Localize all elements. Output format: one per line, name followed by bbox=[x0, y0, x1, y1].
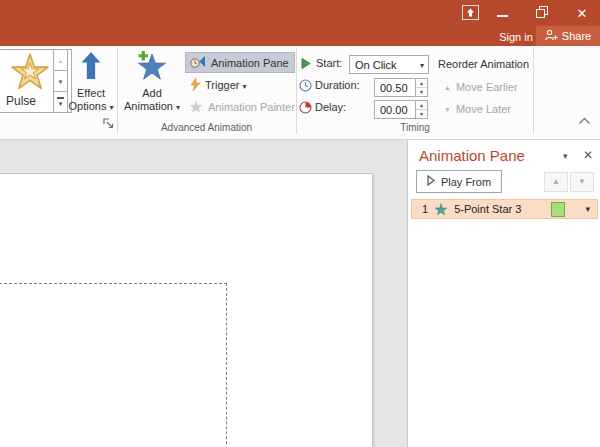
minimize-button[interactable] bbox=[488, 0, 516, 26]
trigger-button[interactable]: Trigger ▾ bbox=[185, 75, 265, 95]
share-person-icon bbox=[545, 29, 558, 43]
pane-title: Animation Pane bbox=[419, 147, 525, 164]
play-from-button[interactable]: Play From bbox=[416, 170, 502, 193]
share-button[interactable]: Share bbox=[536, 26, 600, 46]
close-button[interactable]: ✕ bbox=[568, 0, 596, 26]
title-bar: ✕ Sign in Share bbox=[0, 0, 600, 46]
duration-value: 00.50 bbox=[380, 82, 408, 94]
start-dropdown[interactable]: On Click ▾ bbox=[349, 55, 429, 74]
move-later-button[interactable]: ▼ Move Later bbox=[440, 101, 532, 117]
start-label: Start: bbox=[316, 57, 342, 69]
text-placeholder-outline[interactable] bbox=[0, 283, 227, 447]
pane-menu-caret-icon: ▾ bbox=[563, 151, 568, 161]
animation-pane-label: Animation Pane bbox=[211, 57, 289, 69]
pane-move-down-button[interactable]: ▼ bbox=[570, 172, 594, 192]
pane-move-up-button[interactable]: ▲ bbox=[544, 172, 568, 192]
minimize-icon bbox=[497, 15, 508, 17]
pulse-star-icon bbox=[9, 52, 51, 94]
pane-menu-button[interactable]: ▾ bbox=[563, 152, 568, 161]
animation-pane-icon bbox=[190, 55, 206, 70]
collapse-ribbon-button[interactable] bbox=[578, 115, 591, 127]
duration-spin-down-icon: ▾ bbox=[416, 88, 427, 96]
duration-input[interactable]: 00.50 bbox=[374, 78, 416, 97]
add-animation-label2: Animation ▾ bbox=[124, 100, 180, 113]
animation-painter-icon bbox=[189, 100, 203, 115]
pane-close-button[interactable]: ✕ bbox=[583, 149, 593, 161]
duration-clock-icon bbox=[299, 79, 312, 94]
chevron-up-icon bbox=[578, 117, 591, 125]
animation-painter-button[interactable]: Animation Painter bbox=[185, 97, 297, 117]
add-animation-label: Add bbox=[142, 87, 162, 100]
animation-list-item[interactable]: 1 5-Point Star 3 ▾ bbox=[411, 199, 598, 219]
group-separator bbox=[533, 48, 534, 134]
duration-spin-up-icon: ▴ bbox=[416, 79, 427, 88]
delay-clock-icon bbox=[299, 101, 312, 116]
move-earlier-icon: ▲ bbox=[444, 84, 451, 91]
slide-workspace bbox=[0, 140, 407, 447]
move-earlier-label: Move Earlier bbox=[456, 81, 518, 93]
delay-spin-down-icon: ▾ bbox=[416, 110, 427, 118]
share-label: Share bbox=[562, 30, 591, 42]
delay-label: Delay: bbox=[315, 101, 346, 113]
group-label-advanced-animation: Advanced Animation bbox=[120, 121, 293, 134]
sign-in-button[interactable]: Sign in bbox=[494, 29, 538, 45]
animation-pane-button[interactable]: Animation Pane bbox=[185, 52, 295, 73]
pane-move-up-icon: ▲ bbox=[552, 178, 560, 186]
delay-input[interactable]: 00.00 bbox=[374, 100, 416, 119]
scroll-down-icon: ▾ bbox=[59, 78, 63, 85]
animation-painter-label: Animation Painter bbox=[208, 101, 295, 113]
play-from-label: Play From bbox=[441, 176, 491, 188]
delay-spinner[interactable]: ▴ ▾ bbox=[415, 100, 428, 119]
ribbon-display-options-button[interactable] bbox=[458, 4, 482, 24]
animation-dialog-launcher[interactable] bbox=[103, 118, 115, 132]
trigger-label: Trigger ▾ bbox=[205, 79, 247, 91]
start-play-icon bbox=[301, 58, 311, 71]
restore-icon bbox=[536, 4, 548, 22]
animation-pane-panel: Animation Pane ▾ ✕ Play From ▲ ▼ 1 5-Poi… bbox=[407, 140, 600, 447]
ribbon-display-options-icon bbox=[462, 5, 479, 24]
item-order-number: 1 bbox=[422, 203, 428, 215]
move-later-icon: ▼ bbox=[444, 106, 451, 113]
play-from-triangle-icon bbox=[427, 175, 435, 188]
gallery-more-icon bbox=[57, 97, 64, 99]
delay-spin-up-icon: ▴ bbox=[416, 101, 427, 110]
delay-value: 00.00 bbox=[380, 104, 408, 116]
effect-options-label2: Options ▾ bbox=[69, 100, 114, 113]
effect-options-arrow-icon bbox=[81, 52, 101, 82]
pane-close-icon: ✕ bbox=[583, 148, 593, 162]
item-timing-bar[interactable] bbox=[551, 202, 565, 217]
restore-button[interactable] bbox=[528, 0, 556, 26]
add-animation-star-icon bbox=[136, 51, 168, 84]
ribbon-animations-tab: Pulse ▴ ▾ ▾ Effect Options ▾ Add Animati… bbox=[0, 46, 600, 140]
start-value: On Click bbox=[355, 59, 397, 71]
pane-move-down-icon: ▼ bbox=[578, 178, 586, 186]
group-label-timing: Timing bbox=[297, 121, 533, 134]
move-later-label: Move Later bbox=[456, 103, 511, 115]
start-dropdown-caret-icon: ▾ bbox=[420, 62, 424, 70]
powerpoint-window: ✕ Sign in Share Pulse ▴ ▾ ▾ Ef bbox=[0, 0, 600, 447]
close-icon: ✕ bbox=[577, 7, 588, 20]
effect-options-label: Effect bbox=[77, 87, 105, 100]
add-animation-button[interactable]: Add Animation ▾ bbox=[122, 50, 182, 116]
effect-options-button[interactable]: Effect Options ▾ bbox=[64, 50, 118, 116]
trigger-lightning-icon bbox=[191, 78, 200, 93]
gallery-item-label: Pulse bbox=[6, 94, 36, 108]
item-star-icon bbox=[434, 203, 448, 216]
duration-label: Duration: bbox=[315, 79, 360, 91]
duration-spinner[interactable]: ▴ ▾ bbox=[415, 78, 428, 97]
move-earlier-button[interactable]: ▲ Move Earlier bbox=[440, 79, 532, 95]
reorder-animation-label: Reorder Animation bbox=[438, 58, 529, 70]
item-label: 5-Point Star 3 bbox=[454, 203, 521, 215]
item-dropdown-icon[interactable]: ▾ bbox=[585, 205, 590, 214]
scroll-up-icon: ▴ bbox=[59, 57, 63, 64]
